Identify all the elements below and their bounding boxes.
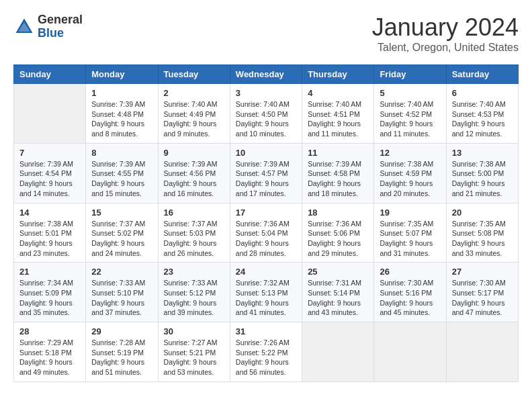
day-number: 1 bbox=[91, 88, 152, 98]
day-number: 7 bbox=[19, 148, 80, 158]
day-number: 31 bbox=[236, 326, 296, 336]
day-info: Sunrise: 7:38 AMSunset: 5:00 PMDaylight:… bbox=[452, 159, 513, 199]
day-info: Sunrise: 7:33 AMSunset: 5:12 PMDaylight:… bbox=[164, 278, 224, 318]
day-number: 24 bbox=[236, 267, 296, 277]
weekday-header: Monday bbox=[86, 65, 158, 84]
day-number: 14 bbox=[19, 208, 80, 218]
day-number: 11 bbox=[308, 148, 368, 158]
weekday-header: Sunday bbox=[14, 65, 86, 84]
calendar-cell bbox=[14, 84, 86, 144]
day-info: Sunrise: 7:29 AMSunset: 5:18 PMDaylight:… bbox=[19, 338, 80, 377]
day-info: Sunrise: 7:39 AMSunset: 4:56 PMDaylight:… bbox=[164, 159, 224, 199]
day-number: 23 bbox=[164, 267, 224, 277]
day-info: Sunrise: 7:36 AMSunset: 5:06 PMDaylight:… bbox=[308, 219, 368, 259]
day-number: 3 bbox=[236, 88, 296, 98]
calendar-cell: 14 Sunrise: 7:38 AMSunset: 5:01 PMDaylig… bbox=[14, 203, 86, 263]
day-number: 9 bbox=[164, 148, 224, 158]
day-info: Sunrise: 7:35 AMSunset: 5:07 PMDaylight:… bbox=[380, 219, 440, 259]
calendar-cell: 13 Sunrise: 7:38 AMSunset: 5:00 PMDaylig… bbox=[446, 143, 518, 203]
day-info: Sunrise: 7:39 AMSunset: 4:54 PMDaylight:… bbox=[19, 159, 80, 199]
calendar-cell: 4 Sunrise: 7:40 AMSunset: 4:51 PMDayligh… bbox=[302, 84, 374, 144]
calendar-week-row: 28 Sunrise: 7:29 AMSunset: 5:18 PMDaylig… bbox=[14, 322, 519, 382]
day-info: Sunrise: 7:39 AMSunset: 4:57 PMDaylight:… bbox=[236, 159, 296, 199]
calendar-cell: 31 Sunrise: 7:26 AMSunset: 5:22 PMDaylig… bbox=[230, 322, 302, 382]
day-number: 5 bbox=[380, 88, 440, 98]
day-info: Sunrise: 7:39 AMSunset: 4:55 PMDaylight:… bbox=[91, 159, 152, 199]
calendar-week-row: 7 Sunrise: 7:39 AMSunset: 4:54 PMDayligh… bbox=[14, 143, 519, 203]
calendar-header-row: SundayMondayTuesdayWednesdayThursdayFrid… bbox=[14, 65, 519, 84]
day-number: 19 bbox=[380, 208, 440, 218]
calendar-cell: 3 Sunrise: 7:40 AMSunset: 4:50 PMDayligh… bbox=[230, 84, 302, 144]
calendar-cell: 16 Sunrise: 7:37 AMSunset: 5:03 PMDaylig… bbox=[158, 203, 230, 263]
day-info: Sunrise: 7:38 AMSunset: 5:01 PMDaylight:… bbox=[19, 219, 80, 259]
calendar-week-row: 1 Sunrise: 7:39 AMSunset: 4:48 PMDayligh… bbox=[14, 84, 519, 144]
calendar-cell: 9 Sunrise: 7:39 AMSunset: 4:56 PMDayligh… bbox=[158, 143, 230, 203]
day-info: Sunrise: 7:38 AMSunset: 4:59 PMDaylight:… bbox=[380, 159, 440, 199]
calendar-cell: 30 Sunrise: 7:27 AMSunset: 5:21 PMDaylig… bbox=[158, 322, 230, 382]
calendar-cell: 20 Sunrise: 7:35 AMSunset: 5:08 PMDaylig… bbox=[446, 203, 518, 263]
calendar-cell: 19 Sunrise: 7:35 AMSunset: 5:07 PMDaylig… bbox=[374, 203, 446, 263]
calendar-week-row: 14 Sunrise: 7:38 AMSunset: 5:01 PMDaylig… bbox=[14, 203, 519, 263]
calendar-cell: 22 Sunrise: 7:33 AMSunset: 5:10 PMDaylig… bbox=[86, 263, 158, 322]
calendar-cell bbox=[374, 322, 446, 382]
calendar-cell: 12 Sunrise: 7:38 AMSunset: 4:59 PMDaylig… bbox=[374, 143, 446, 203]
calendar-cell: 5 Sunrise: 7:40 AMSunset: 4:52 PMDayligh… bbox=[374, 84, 446, 144]
day-info: Sunrise: 7:35 AMSunset: 5:08 PMDaylight:… bbox=[452, 219, 513, 259]
calendar-cell: 23 Sunrise: 7:33 AMSunset: 5:12 PMDaylig… bbox=[158, 263, 230, 322]
day-number: 26 bbox=[380, 267, 440, 277]
day-info: Sunrise: 7:33 AMSunset: 5:10 PMDaylight:… bbox=[91, 278, 152, 318]
day-number: 4 bbox=[308, 88, 368, 98]
calendar-cell: 27 Sunrise: 7:30 AMSunset: 5:17 PMDaylig… bbox=[446, 263, 518, 322]
day-info: Sunrise: 7:27 AMSunset: 5:21 PMDaylight:… bbox=[164, 338, 224, 377]
day-info: Sunrise: 7:34 AMSunset: 5:09 PMDaylight:… bbox=[19, 278, 80, 318]
calendar-cell: 24 Sunrise: 7:32 AMSunset: 5:13 PMDaylig… bbox=[230, 263, 302, 322]
day-number: 6 bbox=[452, 88, 513, 98]
day-number: 15 bbox=[91, 208, 152, 218]
day-number: 12 bbox=[380, 148, 440, 158]
day-number: 22 bbox=[91, 267, 152, 277]
calendar-cell: 1 Sunrise: 7:39 AMSunset: 4:48 PMDayligh… bbox=[86, 84, 158, 144]
day-info: Sunrise: 7:37 AMSunset: 5:03 PMDaylight:… bbox=[164, 219, 224, 259]
logo-general: General bbox=[38, 13, 83, 27]
day-info: Sunrise: 7:40 AMSunset: 4:53 PMDaylight:… bbox=[452, 99, 513, 139]
day-number: 30 bbox=[164, 326, 224, 336]
day-info: Sunrise: 7:40 AMSunset: 4:51 PMDaylight:… bbox=[308, 99, 368, 139]
day-number: 18 bbox=[308, 208, 368, 218]
weekday-header: Thursday bbox=[302, 65, 374, 84]
calendar-table: SundayMondayTuesdayWednesdayThursdayFrid… bbox=[13, 64, 519, 382]
weekday-header: Saturday bbox=[446, 65, 518, 84]
calendar-cell: 7 Sunrise: 7:39 AMSunset: 4:54 PMDayligh… bbox=[14, 143, 86, 203]
day-info: Sunrise: 7:40 AMSunset: 4:49 PMDaylight:… bbox=[164, 99, 224, 139]
location: Talent, Oregon, United States bbox=[372, 42, 519, 54]
day-info: Sunrise: 7:39 AMSunset: 4:48 PMDaylight:… bbox=[91, 99, 152, 139]
calendar-cell: 15 Sunrise: 7:37 AMSunset: 5:02 PMDaylig… bbox=[86, 203, 158, 263]
title-block: January 2024 Talent, Oregon, United Stat… bbox=[372, 13, 519, 54]
day-info: Sunrise: 7:40 AMSunset: 4:50 PMDaylight:… bbox=[236, 99, 296, 139]
day-number: 20 bbox=[452, 208, 513, 218]
day-number: 2 bbox=[164, 88, 224, 98]
calendar-cell: 11 Sunrise: 7:39 AMSunset: 4:58 PMDaylig… bbox=[302, 143, 374, 203]
day-info: Sunrise: 7:32 AMSunset: 5:13 PMDaylight:… bbox=[236, 278, 296, 318]
day-number: 27 bbox=[452, 267, 513, 277]
calendar-cell: 28 Sunrise: 7:29 AMSunset: 5:18 PMDaylig… bbox=[14, 322, 86, 382]
calendar-cell: 26 Sunrise: 7:30 AMSunset: 5:16 PMDaylig… bbox=[374, 263, 446, 322]
day-number: 25 bbox=[308, 267, 368, 277]
day-info: Sunrise: 7:28 AMSunset: 5:19 PMDaylight:… bbox=[91, 338, 152, 377]
day-info: Sunrise: 7:30 AMSunset: 5:17 PMDaylight:… bbox=[452, 278, 513, 318]
calendar-cell: 17 Sunrise: 7:36 AMSunset: 5:04 PMDaylig… bbox=[230, 203, 302, 263]
day-info: Sunrise: 7:30 AMSunset: 5:16 PMDaylight:… bbox=[380, 278, 440, 318]
day-number: 10 bbox=[236, 148, 296, 158]
day-number: 17 bbox=[236, 208, 296, 218]
calendar-cell: 10 Sunrise: 7:39 AMSunset: 4:57 PMDaylig… bbox=[230, 143, 302, 203]
calendar-cell bbox=[446, 322, 518, 382]
weekday-header: Wednesday bbox=[230, 65, 302, 84]
day-info: Sunrise: 7:40 AMSunset: 4:52 PMDaylight:… bbox=[380, 99, 440, 139]
calendar-cell: 29 Sunrise: 7:28 AMSunset: 5:19 PMDaylig… bbox=[86, 322, 158, 382]
calendar-cell: 8 Sunrise: 7:39 AMSunset: 4:55 PMDayligh… bbox=[86, 143, 158, 203]
weekday-header: Tuesday bbox=[158, 65, 230, 84]
logo: General Blue bbox=[13, 13, 83, 40]
day-number: 16 bbox=[164, 208, 224, 218]
day-number: 29 bbox=[91, 326, 152, 336]
calendar-cell bbox=[302, 322, 374, 382]
day-number: 8 bbox=[91, 148, 152, 158]
